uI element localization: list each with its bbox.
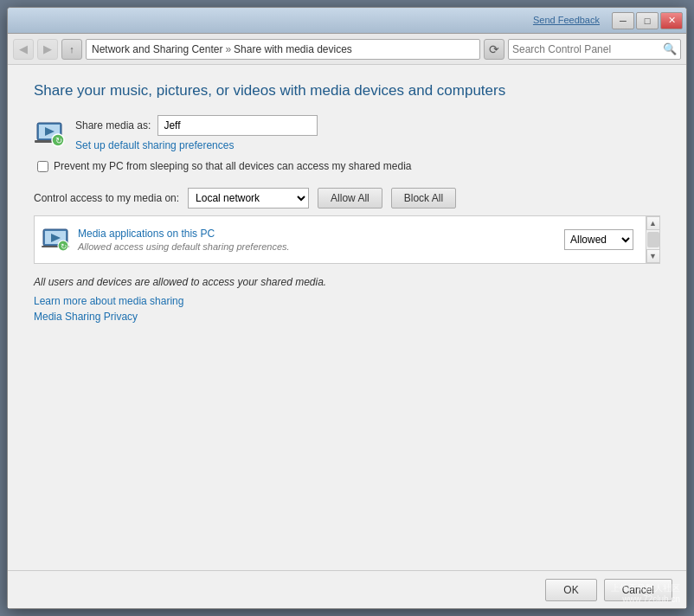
block-all-button[interactable]: Block All [391, 188, 456, 209]
ok-button[interactable]: OK [545, 579, 596, 601]
scrollbar[interactable]: ▲ ▼ [646, 216, 659, 263]
breadcrumb: Network and Sharing Center » Share with … [86, 39, 480, 60]
page-title: Share your music, pictures, or videos wi… [34, 82, 660, 99]
prevent-checkbox[interactable] [37, 161, 48, 172]
devices-list: ↻ Media applications on this PC Allowed … [34, 215, 660, 264]
cancel-button[interactable]: Cancel [604, 579, 672, 601]
scroll-thumb[interactable] [647, 232, 659, 247]
device-status-area: Allowed Blocked [559, 222, 639, 257]
back-button[interactable]: ◀ [13, 39, 34, 60]
footer: OK Cancel [8, 570, 686, 608]
send-feedback-link[interactable]: Send Feedback [533, 15, 600, 25]
main-window: Send Feedback ─ □ ✕ ◀ ▶ ↑ Network and Sh… [7, 7, 687, 609]
prevent-row: Prevent my PC from sleeping so that all … [37, 160, 660, 172]
share-row: ↻ Share media as: Set up default sharing… [34, 115, 660, 151]
forward-button[interactable]: ▶ [37, 39, 58, 60]
share-label-area: Share media as: Set up default sharing p… [75, 115, 318, 151]
learn-link[interactable]: Learn more about media sharing [34, 295, 660, 307]
close-button[interactable]: ✕ [660, 12, 683, 29]
refresh-button[interactable]: ⟳ [484, 39, 504, 60]
search-input[interactable] [512, 43, 663, 55]
up-button[interactable]: ↑ [61, 39, 82, 60]
scroll-down-arrow[interactable]: ▼ [646, 249, 660, 263]
setup-link[interactable]: Set up default sharing preferences [75, 139, 318, 151]
share-media-label: Share media as: [75, 119, 151, 132]
status-select[interactable]: Allowed Blocked [564, 229, 633, 250]
main-content: Share your music, pictures, or videos wi… [8, 65, 686, 570]
prevent-label: Prevent my PC from sleeping so that all … [54, 160, 412, 172]
device-item: ↻ Media applications on this PC Allowed … [35, 216, 646, 263]
device-desc: Allowed access using default sharing pre… [78, 241, 550, 252]
device-name[interactable]: Media applications on this PC [78, 228, 550, 240]
share-media-input[interactable] [157, 115, 318, 136]
privacy-link[interactable]: Media Sharing Privacy [34, 311, 660, 323]
info-text: All users and devices are allowed to acc… [34, 276, 660, 288]
allow-all-button[interactable]: Allow All [318, 188, 382, 209]
device-icon: ↻ [42, 226, 69, 253]
device-info: Media applications on this PC Allowed ac… [78, 228, 550, 252]
breadcrumb-root[interactable]: Network and Sharing Center [92, 43, 222, 55]
maximize-button[interactable]: □ [636, 12, 659, 29]
search-box: 🔍 [508, 39, 681, 60]
title-bar: Send Feedback ─ □ ✕ [8, 8, 686, 34]
minimize-button[interactable]: ─ [612, 12, 634, 29]
media-icon: ↻ [34, 118, 65, 149]
scroll-up-arrow[interactable]: ▲ [646, 216, 660, 230]
control-access-row: Control access to my media on: Local net… [34, 188, 660, 209]
network-select[interactable]: Local network [188, 188, 309, 209]
control-label: Control access to my media on: [34, 192, 179, 204]
address-bar: ◀ ▶ ↑ Network and Sharing Center » Share… [8, 34, 686, 65]
window-controls: ─ □ ✕ [612, 12, 683, 29]
svg-text:↻: ↻ [55, 136, 62, 145]
svg-text:↻: ↻ [61, 242, 67, 251]
breadcrumb-sep: » [225, 43, 231, 55]
breadcrumb-current: Share with media devices [234, 43, 352, 55]
share-media-row: Share media as: [75, 115, 318, 136]
search-icon[interactable]: 🔍 [663, 42, 677, 55]
